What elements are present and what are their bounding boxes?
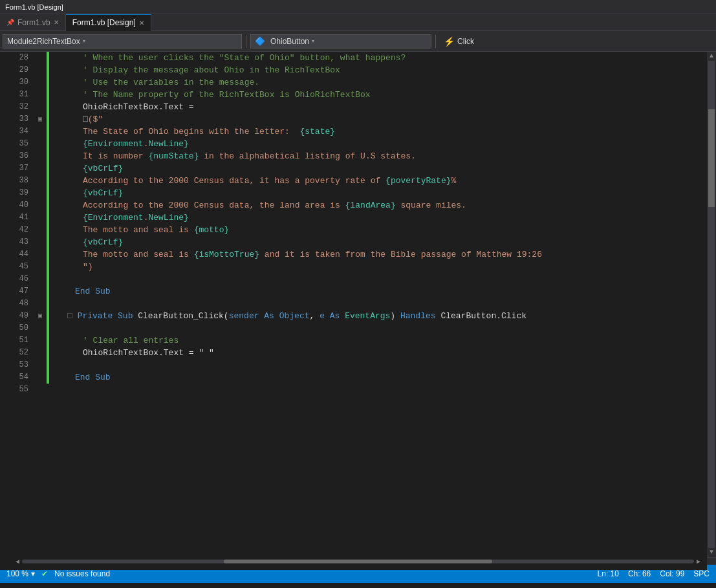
collapse-indicator-row <box>34 52 47 64</box>
vscroll-up-arrow[interactable]: ▲ <box>710 52 713 61</box>
line-number: 34 <box>0 125 28 138</box>
line-number: 46 <box>0 273 28 285</box>
toolbar-separator-2 <box>435 35 436 48</box>
event-dropdown[interactable]: 🔷 OhioButton ▾ <box>250 34 431 49</box>
collapse-indicator-row <box>34 162 47 175</box>
code-line: According to the 2000 Census data, it ha… <box>60 175 707 187</box>
zoom-control[interactable]: 100 % ▾ <box>6 569 35 578</box>
line-number: 36 <box>0 150 28 162</box>
line-number: 47 <box>0 285 28 298</box>
line-number: 32 <box>0 101 28 113</box>
collapse-indicator-row <box>34 359 47 371</box>
tab-pin-icon: 📌 <box>6 19 14 26</box>
code-line: The State of Ohio begins with the letter… <box>60 125 707 138</box>
status-ch: Ch: 66 <box>628 569 651 578</box>
line-number: 43 <box>0 236 28 248</box>
collapse-indicator-row <box>34 224 47 236</box>
line-number: 50 <box>0 322 28 334</box>
code-line: ' Display the message about Ohio in the … <box>60 64 707 76</box>
hscroll-track[interactable] <box>22 560 694 563</box>
line-number: 30 <box>0 76 28 89</box>
status-text: No issues found <box>54 569 110 578</box>
line-number: 53 <box>0 359 28 371</box>
collapse-indicator-row <box>34 322 47 334</box>
code-line: End Sub <box>60 285 707 298</box>
vertical-scrollbar[interactable]: ▲ ▼ <box>707 52 716 557</box>
tab-form1-design[interactable]: Form1.vb [Design] ✕ <box>66 14 151 31</box>
line-number: 48 <box>0 298 28 310</box>
toolbar: Module2RichTextBox ▾ 🔷 OhioButton ▾ ⚡ Cl… <box>0 31 716 52</box>
line-number: 42 <box>0 224 28 236</box>
line-number: 29 <box>0 64 28 76</box>
module-dropdown[interactable]: Module2RichTextBox ▾ <box>3 34 242 49</box>
collapse-indicator-row <box>34 199 47 212</box>
tab-label-design: Form1.vb [Design] <box>72 18 136 27</box>
tab-close-icon[interactable]: ✕ <box>54 19 59 26</box>
collapse-indicator-row <box>34 212 47 224</box>
title-bar-text: Form1.vb [Design] <box>5 3 63 11</box>
code-line <box>60 298 707 310</box>
zoom-value: 100 % <box>6 569 28 578</box>
code-line: ' The Name property of the RichTextBox i… <box>60 89 707 101</box>
vscroll-down-arrow[interactable]: ▼ <box>710 548 713 557</box>
click-button[interactable]: ⚡ Click <box>440 35 478 48</box>
hscroll-right-arrow[interactable]: ▶ <box>694 558 703 565</box>
line-number: 33 <box>0 113 28 125</box>
hscroll-left-arrow[interactable]: ◀ <box>13 558 22 565</box>
code-line <box>60 359 707 371</box>
code-line: According to the 2000 Census data, the l… <box>60 199 707 212</box>
code-area: 2829303132333435363738394041424344454647… <box>0 52 707 570</box>
vscroll-track[interactable] <box>708 61 715 548</box>
code-line <box>60 322 707 334</box>
vscroll-thumb[interactable] <box>708 109 715 207</box>
collapse-indicator-row <box>34 187 47 199</box>
tab-form1-vb[interactable]: 📌 Form1.vb ✕ <box>0 14 66 31</box>
line-number: 52 <box>0 347 28 359</box>
line-number: 28 <box>0 52 28 64</box>
zoom-arrow: ▾ <box>31 569 35 578</box>
code-line: {Environment.NewLine} <box>60 212 707 224</box>
lightning-icon: ⚡ <box>444 36 455 47</box>
line-number: 51 <box>0 334 28 347</box>
line-number: 45 <box>0 261 28 273</box>
line-number: 49 <box>0 310 28 322</box>
line-number: 37 <box>0 162 28 175</box>
status-right: Ln: 10 Ch: 66 Col: 99 SPC <box>598 569 710 578</box>
collapse-indicator-row <box>34 261 47 273</box>
code-line: {Environment.NewLine} <box>60 138 707 150</box>
ohio-icon: 🔷 <box>255 36 265 46</box>
collapse-indicator-row <box>34 347 47 359</box>
line-number: 35 <box>0 138 28 150</box>
collapse-indicator-row <box>34 64 47 76</box>
collapse-indicator-row <box>34 298 47 310</box>
tab-label: Form1.vb <box>17 18 50 27</box>
line-number: 54 <box>0 371 28 384</box>
line-number: 55 <box>0 384 28 396</box>
code-line <box>60 384 707 396</box>
code-line: End Sub <box>60 371 707 384</box>
code-line: ' Clear all entries <box>60 334 707 347</box>
status-left: 100 % ▾ ✔ No issues found <box>6 569 110 578</box>
code-line: {vbCrLf} <box>60 236 707 248</box>
collapse-indicator-row <box>34 334 47 347</box>
collapse-indicator-row[interactable]: ▣ <box>34 310 47 322</box>
toolbar-separator <box>246 35 246 48</box>
line-number: 44 <box>0 248 28 261</box>
tab-close-design-icon[interactable]: ✕ <box>139 19 144 27</box>
collapse-indicator-row <box>34 175 47 187</box>
line-numbers-gutter: 2829303132333435363738394041424344454647… <box>0 52 34 570</box>
code-line: {vbCrLf} <box>60 162 707 175</box>
collapse-indicator-row <box>34 101 47 113</box>
collapse-indicator-row[interactable]: ▣ <box>34 113 47 125</box>
code-lines[interactable]: ' When the user clicks the "State of Ohi… <box>57 52 707 570</box>
code-line: OhioRichTextBox.Text = " " <box>60 347 707 359</box>
line-number: 41 <box>0 212 28 224</box>
code-line: It is number {numState} in the alphabeti… <box>60 150 707 162</box>
collapse-indicator-row <box>34 285 47 298</box>
collapse-indicator-row <box>34 150 47 162</box>
code-line: ") <box>60 261 707 273</box>
status-col: Col: 99 <box>660 569 684 578</box>
collapse-indicators: ▣▣ <box>34 52 47 570</box>
collapse-indicator-row <box>34 273 47 285</box>
hscroll-thumb[interactable] <box>224 560 493 563</box>
